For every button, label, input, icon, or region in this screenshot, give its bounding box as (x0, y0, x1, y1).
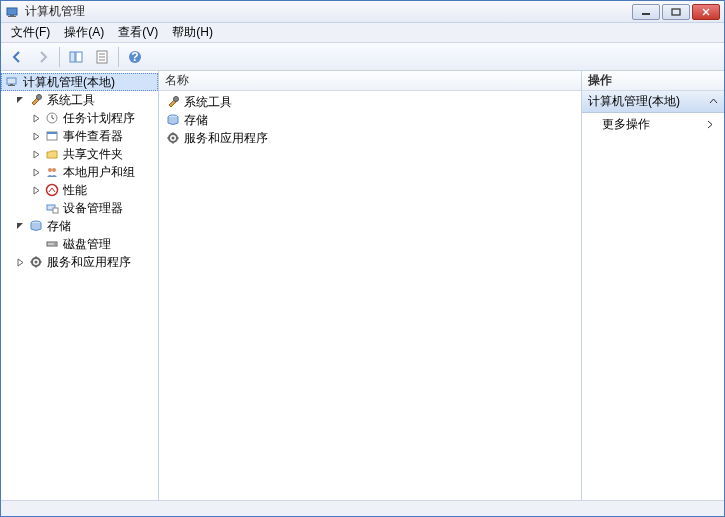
expand-icon[interactable] (31, 185, 42, 196)
expand-icon[interactable] (31, 149, 42, 160)
expand-icon[interactable] (31, 167, 42, 178)
users-icon (44, 164, 60, 180)
svg-rect-6 (76, 52, 82, 62)
svg-rect-1 (10, 15, 14, 16)
forward-button[interactable] (31, 46, 55, 68)
tree-disk-management[interactable]: 磁盘管理 (1, 235, 158, 253)
actions-body: 计算机管理(本地) 更多操作 (582, 91, 724, 500)
svg-rect-13 (7, 78, 16, 84)
help-button[interactable]: ? (123, 46, 147, 68)
actions-group-label: 计算机管理(本地) (588, 93, 680, 110)
tools-icon (165, 94, 181, 110)
close-button[interactable] (692, 4, 720, 20)
menu-view[interactable]: 查看(V) (112, 22, 164, 43)
tools-icon (28, 92, 44, 108)
tree-label: 性能 (63, 182, 87, 199)
menubar: 文件(F) 操作(A) 查看(V) 帮助(H) (1, 23, 724, 43)
svg-point-27 (54, 243, 56, 245)
tree-panel[interactable]: 计算机管理(本地) 系统工具 任务计划程序 事件查看器 共享文件夹 本地用户和组 (1, 71, 159, 500)
tree-label: 计算机管理(本地) (23, 74, 115, 91)
window-title: 计算机管理 (25, 3, 632, 20)
performance-icon (44, 182, 60, 198)
menu-action[interactable]: 操作(A) (58, 22, 110, 43)
svg-point-29 (35, 261, 38, 264)
expand-icon[interactable] (31, 131, 42, 142)
menu-help[interactable]: 帮助(H) (166, 22, 219, 43)
tree-label: 设备管理器 (63, 200, 123, 217)
tree-label: 事件查看器 (63, 128, 123, 145)
titlebar: 计算机管理 (1, 1, 724, 23)
svg-rect-0 (7, 8, 17, 15)
svg-rect-19 (47, 132, 57, 134)
column-header-name[interactable]: 名称 (159, 71, 581, 91)
scheduler-icon (44, 110, 60, 126)
svg-rect-4 (672, 9, 680, 15)
properties-button[interactable] (90, 46, 114, 68)
services-icon (28, 254, 44, 270)
list-item-system-tools[interactable]: 系统工具 (159, 93, 581, 111)
computer-icon (4, 74, 20, 90)
tree-label: 磁盘管理 (63, 236, 111, 253)
minimize-button[interactable] (632, 4, 660, 20)
svg-rect-2 (8, 16, 16, 17)
svg-point-22 (47, 185, 58, 196)
list-item-services-apps[interactable]: 服务和应用程序 (159, 129, 581, 147)
menu-file[interactable]: 文件(F) (5, 22, 56, 43)
tree-performance[interactable]: 性能 (1, 181, 158, 199)
tree-label: 服务和应用程序 (47, 254, 131, 271)
svg-text:?: ? (131, 50, 138, 64)
actions-header: 操作 (582, 71, 724, 91)
expand-icon[interactable] (15, 257, 26, 268)
action-item-label: 更多操作 (602, 116, 650, 133)
tree-local-users[interactable]: 本地用户和组 (1, 163, 158, 181)
collapse-icon[interactable] (15, 95, 26, 106)
toolbar-separator (118, 47, 119, 67)
collapse-icon[interactable] (15, 221, 26, 232)
tree-event-viewer[interactable]: 事件查看器 (1, 127, 158, 145)
statusbar (1, 500, 724, 516)
tree-services-apps[interactable]: 服务和应用程序 (1, 253, 158, 271)
tree-shared-folders[interactable]: 共享文件夹 (1, 145, 158, 163)
action-more-actions[interactable]: 更多操作 (582, 113, 724, 135)
svg-point-30 (174, 97, 179, 102)
show-hide-tree-button[interactable] (64, 46, 88, 68)
svg-rect-5 (70, 52, 75, 62)
tree-root[interactable]: 计算机管理(本地) (1, 73, 158, 91)
list-item-storage[interactable]: 存储 (159, 111, 581, 129)
expand-icon[interactable] (31, 113, 42, 124)
actions-panel: 操作 计算机管理(本地) 更多操作 (582, 71, 724, 500)
tree-label: 系统工具 (47, 92, 95, 109)
svg-rect-14 (10, 84, 13, 85)
svg-rect-24 (53, 208, 58, 213)
event-viewer-icon (44, 128, 60, 144)
svg-point-20 (48, 168, 52, 172)
list-body[interactable]: 系统工具 存储 服务和应用程序 (159, 91, 581, 500)
storage-icon (28, 218, 44, 234)
services-icon (165, 130, 181, 146)
storage-icon (165, 112, 181, 128)
svg-point-33 (172, 137, 175, 140)
back-button[interactable] (5, 46, 29, 68)
actions-header-label: 操作 (588, 72, 612, 89)
tree-label: 存储 (47, 218, 71, 235)
tree-label: 本地用户和组 (63, 164, 135, 181)
tree-label: 任务计划程序 (63, 110, 135, 127)
main-area: 计算机管理(本地) 系统工具 任务计划程序 事件查看器 共享文件夹 本地用户和组 (1, 71, 724, 500)
tree-device-manager[interactable]: 设备管理器 (1, 199, 158, 217)
tree-label: 共享文件夹 (63, 146, 123, 163)
app-icon (5, 4, 21, 20)
maximize-button[interactable] (662, 4, 690, 20)
svg-point-21 (52, 168, 56, 172)
list-item-label: 系统工具 (184, 94, 232, 111)
svg-rect-3 (642, 13, 650, 15)
tree-system-tools[interactable]: 系统工具 (1, 91, 158, 109)
svg-point-16 (37, 95, 42, 100)
tree-storage[interactable]: 存储 (1, 217, 158, 235)
list-panel: 名称 系统工具 存储 服务和应用程序 (159, 71, 582, 500)
list-item-label: 存储 (184, 112, 208, 129)
tree-task-scheduler[interactable]: 任务计划程序 (1, 109, 158, 127)
svg-rect-15 (8, 85, 15, 86)
chevron-up-icon (709, 97, 718, 106)
list-item-label: 服务和应用程序 (184, 130, 268, 147)
actions-group-header[interactable]: 计算机管理(本地) (582, 91, 724, 113)
